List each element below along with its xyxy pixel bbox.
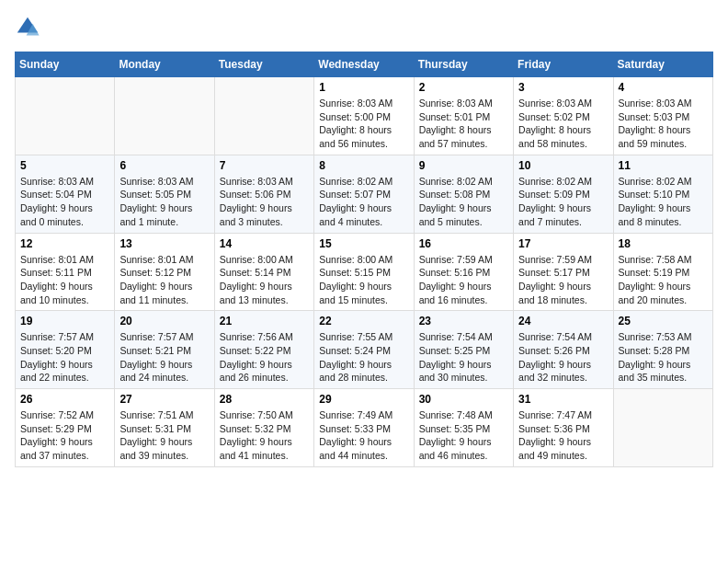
day-info: Sunrise: 8:03 AM Sunset: 5:02 PM Dayligh… [518, 97, 608, 151]
calendar-cell: 16Sunrise: 7:59 AM Sunset: 5:16 PM Dayli… [414, 233, 513, 311]
day-number: 22 [319, 315, 408, 327]
day-number: 9 [419, 159, 508, 172]
day-number: 14 [220, 237, 309, 250]
calendar-table: SundayMondayTuesdayWednesdayThursdayFrid… [15, 52, 713, 467]
calendar-cell: 26Sunrise: 7:52 AM Sunset: 5:29 PM Dayli… [16, 389, 115, 467]
header-row: SundayMondayTuesdayWednesdayThursdayFrid… [16, 52, 713, 77]
day-header-friday: Friday [514, 52, 613, 77]
calendar-cell: 21Sunrise: 7:56 AM Sunset: 5:22 PM Dayli… [214, 311, 313, 389]
day-info: Sunrise: 8:03 AM Sunset: 5:04 PM Dayligh… [20, 175, 109, 229]
day-info: Sunrise: 8:01 AM Sunset: 5:11 PM Dayligh… [20, 253, 109, 307]
day-header-monday: Monday [115, 52, 214, 77]
day-number: 21 [220, 315, 309, 327]
calendar-cell: 1Sunrise: 8:03 AM Sunset: 5:00 PM Daylig… [314, 77, 414, 155]
calendar-cell: 27Sunrise: 7:51 AM Sunset: 5:31 PM Dayli… [115, 389, 214, 467]
week-row-4: 19Sunrise: 7:57 AM Sunset: 5:20 PM Dayli… [16, 311, 713, 389]
calendar-cell: 10Sunrise: 8:02 AM Sunset: 5:09 PM Dayli… [514, 155, 613, 233]
day-number: 12 [20, 237, 109, 250]
day-info: Sunrise: 8:02 AM Sunset: 5:07 PM Dayligh… [319, 175, 408, 229]
day-header-wednesday: Wednesday [314, 52, 414, 77]
day-number: 1 [319, 81, 408, 94]
calendar-cell: 29Sunrise: 7:49 AM Sunset: 5:33 PM Dayli… [314, 389, 414, 467]
calendar-cell [16, 77, 115, 155]
logo-icon [15, 15, 40, 40]
logo [15, 15, 44, 40]
day-info: Sunrise: 7:52 AM Sunset: 5:29 PM Dayligh… [20, 408, 109, 463]
day-number: 5 [20, 159, 109, 172]
calendar-cell: 20Sunrise: 7:57 AM Sunset: 5:21 PM Dayli… [115, 311, 214, 389]
day-info: Sunrise: 7:55 AM Sunset: 5:24 PM Dayligh… [319, 330, 408, 385]
day-number: 13 [119, 237, 209, 250]
calendar-cell [613, 389, 712, 467]
day-info: Sunrise: 8:03 AM Sunset: 5:06 PM Dayligh… [220, 175, 309, 229]
calendar-cell: 28Sunrise: 7:50 AM Sunset: 5:32 PM Dayli… [214, 389, 313, 467]
week-row-2: 5Sunrise: 8:03 AM Sunset: 5:04 PM Daylig… [16, 155, 713, 233]
calendar-cell: 13Sunrise: 8:01 AM Sunset: 5:12 PM Dayli… [115, 233, 214, 311]
day-number: 24 [518, 315, 608, 327]
calendar-cell [214, 77, 313, 155]
day-number: 28 [220, 393, 309, 406]
calendar-cell: 25Sunrise: 7:53 AM Sunset: 5:28 PM Dayli… [613, 311, 712, 389]
day-number: 2 [419, 81, 508, 94]
day-number: 11 [619, 159, 708, 172]
calendar-cell: 23Sunrise: 7:54 AM Sunset: 5:25 PM Dayli… [414, 311, 513, 389]
day-number: 17 [518, 237, 608, 250]
day-info: Sunrise: 7:47 AM Sunset: 5:36 PM Dayligh… [518, 408, 608, 463]
day-info: Sunrise: 8:03 AM Sunset: 5:01 PM Dayligh… [419, 97, 508, 151]
calendar-cell: 24Sunrise: 7:54 AM Sunset: 5:26 PM Dayli… [514, 311, 613, 389]
day-number: 23 [419, 315, 508, 327]
day-header-thursday: Thursday [414, 52, 513, 77]
day-info: Sunrise: 7:57 AM Sunset: 5:20 PM Dayligh… [20, 330, 109, 385]
day-info: Sunrise: 7:51 AM Sunset: 5:31 PM Dayligh… [119, 408, 209, 463]
calendar-cell: 4Sunrise: 8:03 AM Sunset: 5:03 PM Daylig… [613, 77, 712, 155]
day-number: 26 [20, 393, 109, 406]
day-info: Sunrise: 8:03 AM Sunset: 5:05 PM Dayligh… [119, 175, 209, 229]
day-number: 4 [619, 81, 708, 94]
calendar-cell [115, 77, 214, 155]
week-row-1: 1Sunrise: 8:03 AM Sunset: 5:00 PM Daylig… [16, 77, 713, 155]
day-info: Sunrise: 8:00 AM Sunset: 5:14 PM Dayligh… [220, 253, 309, 307]
day-number: 31 [518, 393, 608, 406]
day-info: Sunrise: 7:58 AM Sunset: 5:19 PM Dayligh… [619, 253, 708, 307]
calendar-cell: 3Sunrise: 8:03 AM Sunset: 5:02 PM Daylig… [514, 77, 613, 155]
calendar-cell: 2Sunrise: 8:03 AM Sunset: 5:01 PM Daylig… [414, 77, 513, 155]
calendar-cell: 9Sunrise: 8:02 AM Sunset: 5:08 PM Daylig… [414, 155, 513, 233]
week-row-3: 12Sunrise: 8:01 AM Sunset: 5:11 PM Dayli… [16, 233, 713, 311]
calendar-cell: 12Sunrise: 8:01 AM Sunset: 5:11 PM Dayli… [16, 233, 115, 311]
day-number: 25 [619, 315, 708, 327]
day-info: Sunrise: 8:02 AM Sunset: 5:10 PM Dayligh… [619, 175, 708, 229]
calendar-cell: 17Sunrise: 7:59 AM Sunset: 5:17 PM Dayli… [514, 233, 613, 311]
day-number: 16 [419, 237, 508, 250]
day-number: 7 [220, 159, 309, 172]
day-info: Sunrise: 7:54 AM Sunset: 5:26 PM Dayligh… [518, 330, 608, 385]
day-info: Sunrise: 7:50 AM Sunset: 5:32 PM Dayligh… [220, 408, 309, 463]
day-number: 15 [319, 237, 408, 250]
day-number: 27 [119, 393, 209, 406]
calendar-cell: 11Sunrise: 8:02 AM Sunset: 5:10 PM Dayli… [613, 155, 712, 233]
day-header-sunday: Sunday [16, 52, 115, 77]
day-info: Sunrise: 7:53 AM Sunset: 5:28 PM Dayligh… [619, 330, 708, 385]
day-header-tuesday: Tuesday [214, 52, 313, 77]
day-info: Sunrise: 8:02 AM Sunset: 5:08 PM Dayligh… [419, 175, 508, 229]
calendar-cell: 6Sunrise: 8:03 AM Sunset: 5:05 PM Daylig… [115, 155, 214, 233]
day-info: Sunrise: 8:00 AM Sunset: 5:15 PM Dayligh… [319, 253, 408, 307]
day-info: Sunrise: 7:54 AM Sunset: 5:25 PM Dayligh… [419, 330, 508, 385]
day-info: Sunrise: 7:59 AM Sunset: 5:17 PM Dayligh… [518, 253, 608, 307]
header [15, 15, 713, 40]
day-number: 6 [119, 159, 209, 172]
calendar-cell: 30Sunrise: 7:48 AM Sunset: 5:35 PM Dayli… [414, 389, 513, 467]
calendar-cell: 31Sunrise: 7:47 AM Sunset: 5:36 PM Dayli… [514, 389, 613, 467]
day-info: Sunrise: 7:56 AM Sunset: 5:22 PM Dayligh… [220, 330, 309, 385]
day-info: Sunrise: 7:49 AM Sunset: 5:33 PM Dayligh… [319, 408, 408, 463]
calendar-cell: 7Sunrise: 8:03 AM Sunset: 5:06 PM Daylig… [214, 155, 313, 233]
day-number: 10 [518, 159, 608, 172]
calendar-cell: 18Sunrise: 7:58 AM Sunset: 5:19 PM Dayli… [613, 233, 712, 311]
calendar-cell: 5Sunrise: 8:03 AM Sunset: 5:04 PM Daylig… [16, 155, 115, 233]
day-info: Sunrise: 8:03 AM Sunset: 5:00 PM Dayligh… [319, 97, 408, 151]
day-info: Sunrise: 8:01 AM Sunset: 5:12 PM Dayligh… [119, 253, 209, 307]
calendar-cell: 22Sunrise: 7:55 AM Sunset: 5:24 PM Dayli… [314, 311, 414, 389]
day-info: Sunrise: 8:02 AM Sunset: 5:09 PM Dayligh… [518, 175, 608, 229]
day-number: 19 [20, 315, 109, 327]
day-header-saturday: Saturday [613, 52, 712, 77]
calendar-cell: 19Sunrise: 7:57 AM Sunset: 5:20 PM Dayli… [16, 311, 115, 389]
